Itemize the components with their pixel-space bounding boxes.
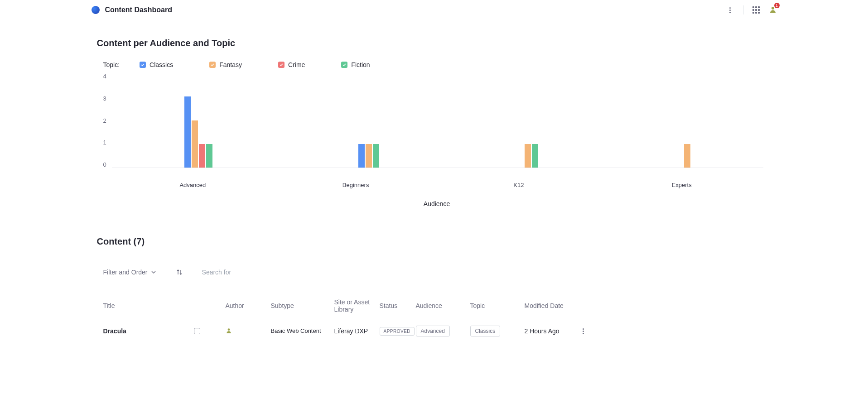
header-right: 1 [726,5,777,15]
col-site[interactable]: Site or Asset Library [334,298,380,313]
cell-site: Liferay DXP [334,327,380,335]
bar[interactable] [525,144,531,168]
legend-label: Crime [288,61,305,68]
sort-icon [176,269,183,276]
legend-item-crime[interactable]: Crime [278,61,305,68]
bar[interactable] [366,144,372,168]
cell-title: Dracula [103,327,194,335]
search-button[interactable] [766,268,777,277]
chart-section-title: Content per Audience and Topic [97,38,777,48]
ellipsis-vertical-icon [574,328,593,334]
checkbox-icon [209,62,216,68]
chart-legend: Topic: ClassicsFantasyCrimeFiction [103,61,777,68]
col-modified[interactable]: Modified Date [525,302,574,309]
audience-tag: Advanced [416,326,450,336]
row-menu-button[interactable] [574,328,593,334]
status-badge: APPROVED [380,327,415,336]
content-toolbar: Filter and Order [97,259,777,285]
legend-label: Fantasy [219,61,242,68]
col-author[interactable]: Author [226,302,271,309]
bar[interactable] [192,120,198,168]
col-status[interactable]: Status [380,302,416,309]
header-divider [743,5,743,14]
app-header: Content Dashboard 1 [79,0,790,20]
svg-point-2 [227,328,230,331]
table-row[interactable]: DraculaBasic Web ContentLiferay DXPAPPRO… [97,319,777,343]
bar[interactable] [184,96,191,168]
document-icon [194,328,200,334]
filter-order-label: Filter and Order [103,269,148,276]
cell-author [226,327,271,335]
x-tick-label: Beginners [274,182,437,188]
y-tick: 4 [103,73,106,80]
bar-group [184,73,212,168]
cell-topic: Classics [470,326,525,336]
cell-modified: 2 Hours Ago [525,327,574,335]
user-menu-button[interactable]: 1 [769,5,777,15]
ellipsis-vertical-icon [729,7,731,13]
content-table: Title Author Subtype Site or Asset Libra… [97,292,777,343]
checkbox-icon [341,62,347,68]
col-subtype[interactable]: Subtype [271,302,334,309]
bar-group [358,73,379,168]
checkbox-icon [278,62,285,68]
x-tick-label: Experts [600,182,763,188]
header-left: Content Dashboard [92,6,172,14]
bar[interactable] [199,144,205,168]
x-tick-label: Advanced [111,182,275,188]
bar[interactable] [206,144,212,168]
cell-audience: Advanced [416,326,470,336]
col-topic[interactable]: Topic [470,302,525,309]
svg-point-0 [772,7,774,10]
legend-label: Fiction [351,61,370,68]
table-header: Title Author Subtype Site or Asset Libra… [97,292,777,319]
legend-label: Classics [149,61,173,68]
cell-status: APPROVED [380,327,416,336]
chart-x-labels: AdvancedBeginnersK12Experts [111,182,763,188]
legend-topic-label: Topic: [103,61,120,68]
content-section-title: Content (7) [97,236,777,247]
filter-order-button[interactable]: Filter and Order [97,266,162,279]
y-tick: 3 [103,95,106,102]
legend-item-fiction[interactable]: Fiction [341,61,370,68]
chart-area: 43210 [103,73,763,177]
sort-direction-button[interactable] [175,268,184,277]
header-menu-button[interactable] [726,5,735,14]
x-tick-label: K12 [437,182,600,188]
apps-menu-button[interactable] [752,5,761,14]
chart-y-axis: 43210 [103,73,112,168]
chart-plot [112,73,763,168]
bar[interactable] [373,144,379,168]
bar-group [684,73,690,168]
app-title: Content Dashboard [105,6,172,14]
apps-grid-icon [752,6,760,14]
y-tick: 1 [103,139,106,146]
user-icon [226,327,232,334]
legend-item-classics[interactable]: Classics [140,61,173,68]
bar[interactable] [684,144,690,168]
caret-down-icon [151,270,156,274]
topic-tag: Classics [470,326,501,336]
checkbox-icon [140,62,146,68]
cell-subtype: Basic Web Content [271,327,334,335]
app-logo [92,6,100,14]
notification-badge: 1 [774,3,780,8]
y-tick: 2 [103,117,106,124]
search-input[interactable] [197,265,766,279]
col-audience[interactable]: Audience [416,302,470,309]
legend-item-fantasy[interactable]: Fantasy [209,61,242,68]
cell-type-icon [194,328,226,334]
chart-x-axis-label: Audience [97,200,777,207]
bar[interactable] [532,144,538,168]
bar-group [525,73,538,168]
y-tick: 0 [103,161,106,168]
bar[interactable] [358,144,365,168]
col-title[interactable]: Title [103,302,194,309]
search-wrap [197,265,777,279]
